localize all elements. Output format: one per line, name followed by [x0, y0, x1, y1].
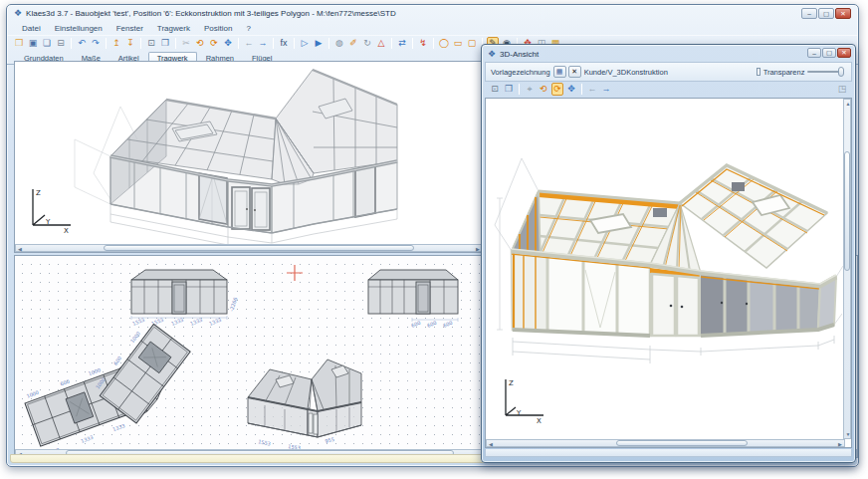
- menu-datei[interactable]: Datei: [15, 24, 48, 33]
- panel-maximize-button[interactable]: ▢: [822, 48, 836, 58]
- rotate-left-icon[interactable]: ⟲: [194, 37, 206, 50]
- cascade-windows-icon[interactable]: ❐: [503, 83, 515, 96]
- svg-text:600: 600: [426, 320, 437, 329]
- template-value: Kunde/V_3DKonstruktion: [584, 68, 668, 77]
- template-clear-button[interactable]: ✕: [568, 66, 581, 78]
- toolbar-separator: [175, 38, 176, 49]
- transparency-checkbox[interactable]: [757, 68, 760, 76]
- 3d-vscrollbar[interactable]: ▲ ▼: [843, 99, 851, 439]
- menu-fenster[interactable]: Fenster: [109, 24, 150, 33]
- play-outline-icon[interactable]: ▷: [299, 37, 311, 50]
- snapshot-icon[interactable]: ◳: [836, 83, 848, 96]
- sphere-icon[interactable]: ◍: [333, 37, 345, 50]
- app-icon: ❖: [14, 9, 22, 18]
- scroll-right-icon[interactable]: ▶: [836, 440, 844, 448]
- svg-text:1553: 1553: [258, 438, 272, 447]
- maximize-button[interactable]: ▢: [818, 8, 834, 19]
- 3d-view-window: ❖ 3D-Ansicht –▢✕ Vorlagezeichnung ▦✕ Kun…: [481, 44, 856, 463]
- back-icon[interactable]: ←: [243, 37, 255, 50]
- titlebar[interactable]: ❖ Klaes3d 3.7 - Bauobjekt 'test', Positi…: [7, 5, 858, 22]
- play-icon[interactable]: ▶: [313, 37, 325, 50]
- transparency-slider[interactable]: [807, 66, 842, 78]
- hscroll-thumb[interactable]: [616, 440, 748, 446]
- menu-hilfe[interactable]: ?: [239, 24, 257, 33]
- zoom-fit-icon[interactable]: ⊡: [145, 37, 157, 50]
- formula-icon[interactable]: fx: [278, 37, 290, 50]
- svg-text:1333: 1333: [111, 422, 125, 432]
- rotate-right-icon[interactable]: ⟳: [208, 37, 220, 50]
- scroll-up-icon[interactable]: ▲: [844, 100, 852, 108]
- toolbar-separator: [106, 38, 107, 49]
- refresh-icon[interactable]: ↻: [361, 37, 373, 50]
- vscroll-thumb[interactable]: [844, 151, 850, 271]
- probe-icon[interactable]: ⌖: [524, 83, 536, 96]
- menu-position[interactable]: Position: [197, 24, 239, 33]
- svg-text:600: 600: [442, 320, 453, 329]
- 3d-viewport: Z X Y ▲ ▼ ◀ ▶: [485, 98, 852, 448]
- square-tool-icon[interactable]: ▢: [466, 37, 478, 50]
- toolbar-separator: [294, 38, 295, 49]
- undo-icon[interactable]: ↶: [76, 37, 88, 50]
- measure-icon[interactable]: ✐: [347, 37, 359, 50]
- slider-thumb[interactable]: [838, 67, 844, 77]
- warning-icon[interactable]: △: [375, 37, 387, 50]
- pan-icon[interactable]: ✥: [222, 37, 234, 50]
- scroll-left-icon[interactable]: ◀: [16, 245, 24, 253]
- template-buttons: ▦✕: [553, 66, 581, 78]
- orbit-active-icon[interactable]: ⟳: [551, 83, 563, 96]
- swap-icon[interactable]: ⇄: [396, 37, 408, 50]
- hscroll-thumb[interactable]: [104, 245, 414, 251]
- wireframe-viewport-canvas[interactable]: [15, 62, 483, 244]
- svg-text:1000: 1000: [26, 389, 40, 399]
- 3d-hscrollbar[interactable]: ◀ ▶: [486, 439, 845, 447]
- toolbar-separator: [238, 38, 239, 49]
- menu-tragwerk[interactable]: Tragwerk: [150, 24, 197, 33]
- cut-icon[interactable]: ✂: [180, 37, 192, 50]
- cascade-windows-icon[interactable]: ❐: [159, 37, 171, 50]
- save-all-icon[interactable]: ❏: [41, 37, 53, 50]
- save-icon[interactable]: ▣: [27, 37, 39, 50]
- minimize-button[interactable]: –: [801, 8, 817, 19]
- export-icon[interactable]: ↧: [124, 37, 136, 50]
- orbit-icon[interactable]: ⟲: [538, 83, 549, 96]
- zoom-fit-icon[interactable]: ⊡: [489, 83, 501, 96]
- svg-text:955: 955: [325, 436, 335, 444]
- template-label: Vorlagezeichnung: [491, 68, 550, 77]
- render-3d-canvas[interactable]: [486, 99, 846, 433]
- scroll-left-icon[interactable]: ◀: [487, 440, 495, 448]
- panel-minimize-button[interactable]: –: [807, 48, 821, 58]
- selection-frame-icon[interactable]: ▭: [452, 37, 464, 50]
- toolbar-separator: [273, 38, 274, 49]
- scroll-down-icon[interactable]: ▼: [844, 430, 852, 438]
- back-icon[interactable]: ←: [586, 83, 598, 96]
- forward-icon[interactable]: →: [257, 37, 269, 50]
- menu-einstellungen[interactable]: Einstellungen: [48, 24, 109, 33]
- template-select-button[interactable]: ▦: [553, 66, 566, 78]
- toolbar-separator: [391, 38, 392, 49]
- iso-mini-view: 1553 1553 955: [248, 359, 361, 449]
- redo-icon[interactable]: ↷: [90, 37, 102, 50]
- toolbar-separator: [581, 84, 582, 95]
- svg-text:1000: 1000: [88, 366, 102, 376]
- print-icon[interactable]: ⊟: [55, 37, 67, 50]
- import-icon[interactable]: ↥: [110, 37, 122, 50]
- open-folder-icon[interactable]: ❒: [13, 37, 25, 50]
- 3d-titlebar[interactable]: ❖ 3D-Ansicht –▢✕: [484, 47, 853, 62]
- forward-icon[interactable]: →: [600, 83, 612, 96]
- wireframe-hscrollbar[interactable]: ◀ ▶: [15, 244, 483, 252]
- 3d-window-controls: –▢✕: [807, 48, 851, 58]
- window-title: Klaes3d 3.7 - Bauobjekt 'test', Position…: [26, 9, 396, 18]
- toolbar-separator: [519, 84, 520, 95]
- render-3d-drawing: [495, 158, 843, 363]
- wireframe-pane: Z X Y ▲ ▼ ◀ ▶: [14, 61, 492, 253]
- close-button[interactable]: ✕: [835, 8, 851, 19]
- lightning-icon[interactable]: ↯: [417, 37, 429, 50]
- svg-text:600: 600: [112, 356, 123, 366]
- slider-track[interactable]: [807, 71, 842, 73]
- pan-icon[interactable]: ✥: [565, 83, 577, 96]
- 3d-status-strip: [485, 449, 852, 457]
- circle-tool-icon[interactable]: ◯: [438, 37, 450, 50]
- panel-close-button[interactable]: ✕: [837, 48, 851, 58]
- template-row: Vorlagezeichnung ▦✕ Kunde/V_3DKonstrukti…: [485, 62, 852, 82]
- svg-text:-2266: -2266: [228, 297, 238, 313]
